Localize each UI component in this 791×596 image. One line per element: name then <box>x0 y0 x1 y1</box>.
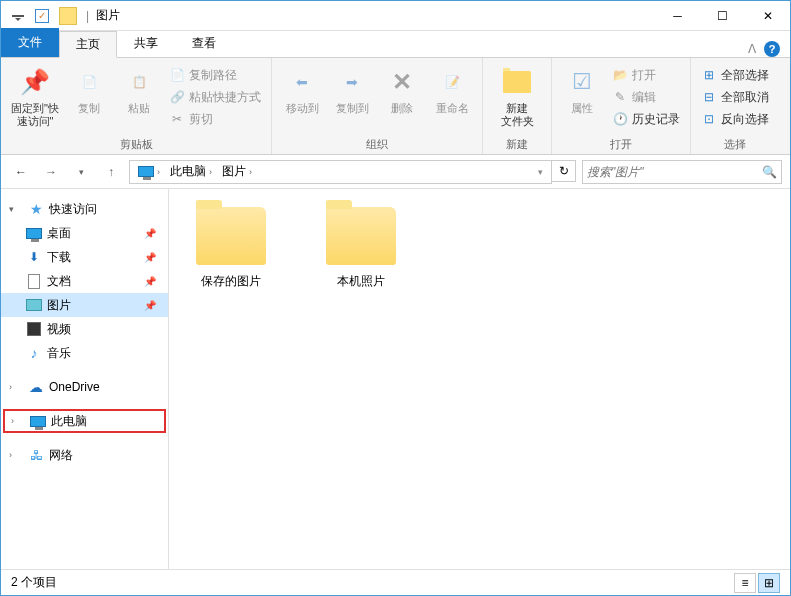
status-bar: 2 个项目 ≡ ⊞ <box>1 569 790 595</box>
sidebar-pictures[interactable]: 图片📌 <box>1 293 168 317</box>
help-icon[interactable]: ? <box>764 41 780 57</box>
history-button[interactable]: 🕐历史记录 <box>608 108 684 130</box>
item-count: 2 个项目 <box>11 574 57 591</box>
open-button[interactable]: 📂打开 <box>608 64 684 86</box>
copyto-button[interactable]: ➡ 复制到 <box>328 62 376 138</box>
up-button[interactable]: ↑ <box>99 160 123 184</box>
moveto-button[interactable]: ⬅ 移动到 <box>278 62 326 138</box>
pc-icon <box>29 413 47 429</box>
collapse-ribbon-icon[interactable]: ᐱ <box>748 42 756 56</box>
ribbon-tabs: 文件 主页 共享 查看 ᐱ ? <box>1 31 790 57</box>
group-label: 组织 <box>272 137 482 152</box>
sidebar-videos[interactable]: 视频 <box>1 317 168 341</box>
selectnone-button[interactable]: ⊟全部取消 <box>697 86 773 108</box>
chevron-right-icon[interactable]: › <box>11 416 25 426</box>
tab-file[interactable]: 文件 <box>1 28 59 57</box>
breadcrumb-root-icon[interactable]: › <box>134 164 164 179</box>
qat-properties[interactable]: ✓ <box>31 5 53 27</box>
recent-dropdown[interactable]: ▾ <box>69 160 93 184</box>
folder-item[interactable]: 本机照片 <box>311 207 411 290</box>
tab-share[interactable]: 共享 <box>117 30 175 57</box>
folder-icon <box>326 207 396 265</box>
pin-icon: 📌 <box>144 252 164 263</box>
copy-icon: 📄 <box>73 66 105 98</box>
chevron-right-icon[interactable]: › <box>9 382 23 392</box>
ribbon: 📌 固定到"快 速访问" 📄 复制 📋 粘贴 📄复制路径 🔗粘贴快捷方式 ✂剪切… <box>1 57 790 155</box>
ribbon-group-select: ⊞全部选择 ⊟全部取消 ⊡反向选择 选择 <box>691 58 779 154</box>
tab-home[interactable]: 主页 <box>59 31 117 58</box>
qat-dropdown[interactable] <box>7 5 29 27</box>
pin-icon: 📌 <box>144 228 164 239</box>
open-icon: 📂 <box>612 67 628 83</box>
newfolder-button[interactable]: 新建 文件夹 <box>489 62 545 138</box>
ribbon-group-open: ☑ 属性 📂打开 ✎编辑 🕐历史记录 打开 <box>552 58 691 154</box>
search-box[interactable]: 🔍 <box>582 160 782 184</box>
delete-button[interactable]: ✕ 删除 <box>378 62 426 138</box>
breadcrumb-dropdown[interactable]: ▾ <box>538 167 547 177</box>
folder-item[interactable]: 保存的图片 <box>181 207 281 290</box>
forward-button[interactable]: → <box>39 160 63 184</box>
chevron-down-icon[interactable]: ▾ <box>9 204 23 214</box>
newfolder-icon <box>501 66 533 98</box>
invert-icon: ⊡ <box>701 111 717 127</box>
selectnone-icon: ⊟ <box>701 89 717 105</box>
folder-label: 保存的图片 <box>201 273 261 290</box>
copypath-button[interactable]: 📄复制路径 <box>165 64 265 86</box>
pin-icon: 📌 <box>144 276 164 287</box>
invert-button[interactable]: ⊡反向选择 <box>697 108 773 130</box>
close-button[interactable]: ✕ <box>745 2 790 30</box>
paste-button[interactable]: 📋 粘贴 <box>115 62 163 138</box>
sidebar-onedrive[interactable]: › ☁ OneDrive <box>1 375 168 399</box>
search-icon[interactable]: 🔍 <box>762 165 777 179</box>
rename-button[interactable]: 📝 重命名 <box>428 62 476 138</box>
address-bar: ← → ▾ ↑ › 此电脑› 图片› ▾ ↻ 🔍 <box>1 155 790 189</box>
folder-icon <box>196 207 266 265</box>
desktop-icon <box>25 225 43 241</box>
picture-icon <box>25 297 43 313</box>
selectall-button[interactable]: ⊞全部选择 <box>697 64 773 86</box>
ribbon-group-clipboard: 📌 固定到"快 速访问" 📄 复制 📋 粘贴 📄复制路径 🔗粘贴快捷方式 ✂剪切… <box>1 58 272 154</box>
sidebar-documents[interactable]: 文档📌 <box>1 269 168 293</box>
star-icon: ★ <box>27 201 45 217</box>
paste-icon: 📋 <box>123 66 155 98</box>
icons-view-button[interactable]: ⊞ <box>758 573 780 593</box>
breadcrumb-current[interactable]: 图片› <box>218 161 256 182</box>
cloud-icon: ☁ <box>27 379 45 395</box>
maximize-button[interactable]: ☐ <box>700 2 745 30</box>
sidebar-quickaccess[interactable]: ▾ ★ 快速访问 <box>1 197 168 221</box>
quick-access-toolbar: ✓ | <box>1 5 92 27</box>
breadcrumb-thispc[interactable]: 此电脑› <box>166 161 216 182</box>
copyto-icon: ➡ <box>336 66 368 98</box>
sidebar-network[interactable]: › 🖧 网络 <box>1 443 168 467</box>
folder-title-icon <box>59 7 77 25</box>
sidebar-downloads[interactable]: ⬇ 下载📌 <box>1 245 168 269</box>
selectall-icon: ⊞ <box>701 67 717 83</box>
back-button[interactable]: ← <box>9 160 33 184</box>
sidebar-thispc[interactable]: › 此电脑 <box>3 409 166 433</box>
copy-button[interactable]: 📄 复制 <box>65 62 113 138</box>
main-area: ▾ ★ 快速访问 桌面📌 ⬇ 下载📌 文档📌 图片📌 视频 ♪ 音乐 <box>1 189 790 569</box>
minimize-button[interactable]: ─ <box>655 2 700 30</box>
edit-icon: ✎ <box>612 89 628 105</box>
edit-button[interactable]: ✎编辑 <box>608 86 684 108</box>
sidebar-music[interactable]: ♪ 音乐 <box>1 341 168 365</box>
group-label: 打开 <box>552 137 690 152</box>
details-view-button[interactable]: ≡ <box>734 573 756 593</box>
tab-view[interactable]: 查看 <box>175 30 233 57</box>
music-icon: ♪ <box>25 345 43 361</box>
cut-icon: ✂ <box>169 111 185 127</box>
history-icon: 🕐 <box>612 111 628 127</box>
pin-quickaccess-button[interactable]: 📌 固定到"快 速访问" <box>7 62 63 138</box>
refresh-button[interactable]: ↻ <box>552 160 576 182</box>
breadcrumb-bar[interactable]: › 此电脑› 图片› ▾ <box>129 160 552 184</box>
navigation-pane: ▾ ★ 快速访问 桌面📌 ⬇ 下载📌 文档📌 图片📌 视频 ♪ 音乐 <box>1 189 169 569</box>
file-list[interactable]: 保存的图片 本机照片 <box>169 189 790 569</box>
paste-shortcut-button[interactable]: 🔗粘贴快捷方式 <box>165 86 265 108</box>
group-label: 新建 <box>483 137 551 152</box>
chevron-right-icon[interactable]: › <box>9 450 23 460</box>
properties-button[interactable]: ☑ 属性 <box>558 62 606 138</box>
sidebar-desktop[interactable]: 桌面📌 <box>1 221 168 245</box>
ribbon-group-new: 新建 文件夹 新建 <box>483 58 552 154</box>
cut-button[interactable]: ✂剪切 <box>165 108 265 130</box>
search-input[interactable] <box>587 165 762 179</box>
